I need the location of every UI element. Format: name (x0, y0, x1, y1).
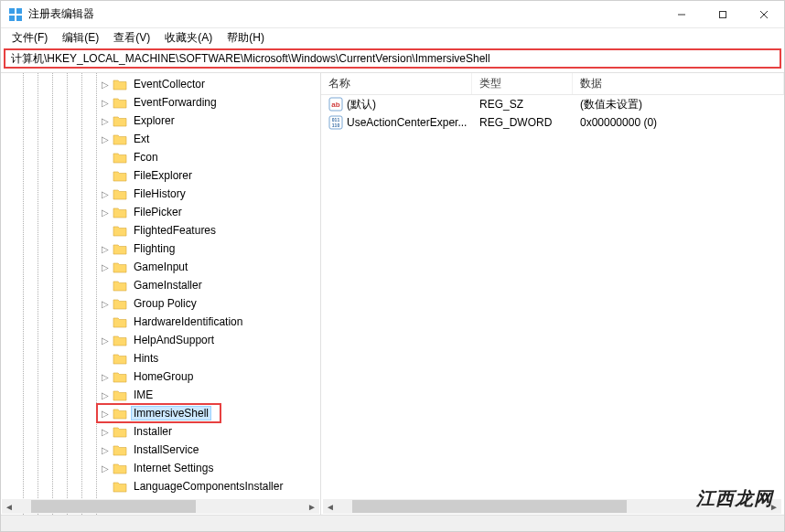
tree-item[interactable]: ▷FilePicker (1, 203, 320, 221)
scroll-thumb[interactable] (31, 500, 196, 513)
tree-item[interactable]: ▷GameInstaller (1, 276, 320, 294)
tree-item[interactable]: ▷Flighting (1, 239, 320, 258)
tree-panel[interactable]: ▷EventCollector▷EventForwarding▷Explorer… (1, 73, 321, 515)
chevron-right-icon[interactable]: ▷ (100, 409, 111, 419)
folder-icon (113, 425, 127, 438)
chevron-right-icon[interactable]: ▷ (100, 244, 111, 254)
tree-item[interactable]: ▷HomeGroup (1, 367, 320, 386)
menu-file[interactable]: 文件(F) (6, 28, 53, 48)
folder-icon (113, 480, 127, 493)
chevron-right-icon[interactable]: ▷ (100, 427, 111, 437)
menu-help[interactable]: 帮助(H) (221, 28, 270, 48)
folder-icon (113, 297, 127, 310)
folder-icon (113, 133, 127, 145)
tree-item-label: Fcon (131, 150, 161, 165)
tree-item[interactable]: ▷Fcon (1, 148, 320, 166)
tree-item[interactable]: ▷FlightedFeatures (1, 221, 320, 239)
tree-item[interactable]: ▷EventCollector (1, 75, 320, 93)
chevron-right-icon[interactable]: ▷ (100, 372, 111, 382)
tree-item[interactable]: ▷HardwareIdentification (1, 313, 320, 331)
folder-icon (113, 96, 127, 109)
tree-item[interactable]: ▷Group Policy (1, 294, 320, 313)
tree-item-label: FilePicker (131, 205, 185, 219)
minimize-button[interactable] (661, 1, 702, 27)
tree-horizontal-scrollbar[interactable]: ◄ ► (2, 499, 319, 514)
dword-value-icon (328, 115, 343, 130)
svg-rect-2 (9, 16, 15, 21)
folder-icon (113, 187, 127, 200)
folder-icon (113, 443, 127, 456)
maximize-button[interactable] (702, 1, 743, 27)
tree-item[interactable]: ▷FileHistory (1, 185, 320, 203)
tree-item-label: Internet Settings (131, 461, 216, 475)
chevron-right-icon[interactable]: ▷ (100, 80, 111, 90)
chevron-right-icon[interactable]: ▷ (100, 207, 111, 218)
folder-icon (113, 206, 127, 218)
chevron-right-icon[interactable]: ▷ (100, 134, 111, 144)
tree-item-label: InstallService (131, 442, 201, 457)
content-area: ▷EventCollector▷EventForwarding▷Explorer… (1, 72, 784, 515)
values-panel[interactable]: 名称 类型 数据 (默认)REG_SZ(数值未设置)UseActionCente… (321, 73, 784, 515)
tree-item[interactable]: ▷Explorer (1, 112, 320, 130)
scroll-left-icon[interactable]: ◄ (2, 502, 16, 512)
titlebar: 注册表编辑器 (1, 1, 784, 28)
value-type-cell: REG_SZ (472, 98, 573, 111)
scroll-left-icon[interactable]: ◄ (323, 502, 338, 512)
tree-item[interactable]: ▷InstallService (1, 441, 320, 459)
window-title: 注册表编辑器 (28, 6, 661, 22)
chevron-right-icon[interactable]: ▷ (100, 116, 111, 126)
list-row[interactable]: UseActionCenterExper...REG_DWORD0x000000… (321, 113, 784, 132)
column-header-name[interactable]: 名称 (321, 73, 472, 94)
tree-item-label: Hints (131, 351, 161, 366)
tree-item-label: Ext (131, 132, 152, 146)
close-button[interactable] (743, 1, 784, 27)
tree-item-label: HardwareIdentification (131, 314, 245, 329)
value-name-cell: (默认) (321, 97, 472, 112)
tree-item[interactable]: ▷HelpAndSupport (1, 331, 320, 349)
tree-item[interactable]: ▷IME (1, 386, 320, 404)
tree-item-label: IME (131, 388, 156, 402)
menu-favorites[interactable]: 收藏夹(A) (159, 28, 218, 48)
value-name: (默认) (347, 97, 376, 112)
column-header-data[interactable]: 数据 (573, 73, 784, 94)
tree-item-label: FileHistory (131, 186, 188, 201)
scroll-right-icon[interactable]: ► (305, 502, 319, 512)
folder-icon (113, 151, 127, 164)
folder-icon (113, 352, 127, 365)
folder-icon (113, 261, 127, 273)
chevron-right-icon[interactable]: ▷ (100, 445, 111, 455)
tree-item[interactable]: ▷ImmersiveShell (1, 404, 320, 422)
chevron-right-icon[interactable]: ▷ (100, 262, 111, 272)
chevron-right-icon[interactable]: ▷ (100, 390, 111, 400)
chevron-right-icon[interactable]: ▷ (100, 98, 111, 108)
tree-item[interactable]: ▷Hints (1, 349, 320, 367)
tree-item-label: HelpAndSupport (131, 333, 217, 347)
folder-icon (113, 242, 127, 255)
tree-item[interactable]: ▷EventForwarding (1, 93, 320, 112)
svg-rect-3 (16, 16, 22, 21)
tree-item-label: FileExplorer (131, 168, 195, 183)
tree-item[interactable]: ▷Installer (1, 422, 320, 441)
tree-item-label: Explorer (131, 113, 177, 128)
folder-icon (113, 370, 127, 383)
statusbar (1, 515, 784, 531)
folder-icon (113, 169, 127, 182)
menu-view[interactable]: 查看(V) (108, 28, 156, 48)
chevron-right-icon[interactable]: ▷ (100, 463, 111, 473)
tree-item[interactable]: ▷LanguageComponentsInstaller (1, 477, 320, 495)
addressbar[interactable]: 计算机\HKEY_LOCAL_MACHINE\SOFTWARE\Microsof… (4, 48, 781, 69)
value-data-cell: 0x00000000 (0) (573, 116, 784, 129)
list-row[interactable]: (默认)REG_SZ(数值未设置) (321, 95, 784, 113)
menu-edit[interactable]: 编辑(E) (57, 28, 104, 48)
tree-item-label: EventForwarding (131, 95, 220, 110)
scroll-thumb[interactable] (352, 500, 627, 513)
tree-item[interactable]: ▷Internet Settings (1, 459, 320, 477)
column-header-type[interactable]: 类型 (472, 73, 573, 94)
tree-item[interactable]: ▷FileExplorer (1, 166, 320, 185)
chevron-right-icon[interactable]: ▷ (100, 335, 111, 346)
folder-icon (113, 114, 127, 127)
tree-item[interactable]: ▷GameInput (1, 258, 320, 276)
chevron-right-icon[interactable]: ▷ (100, 189, 111, 199)
tree-item[interactable]: ▷Ext (1, 130, 320, 148)
chevron-right-icon[interactable]: ▷ (100, 299, 111, 309)
